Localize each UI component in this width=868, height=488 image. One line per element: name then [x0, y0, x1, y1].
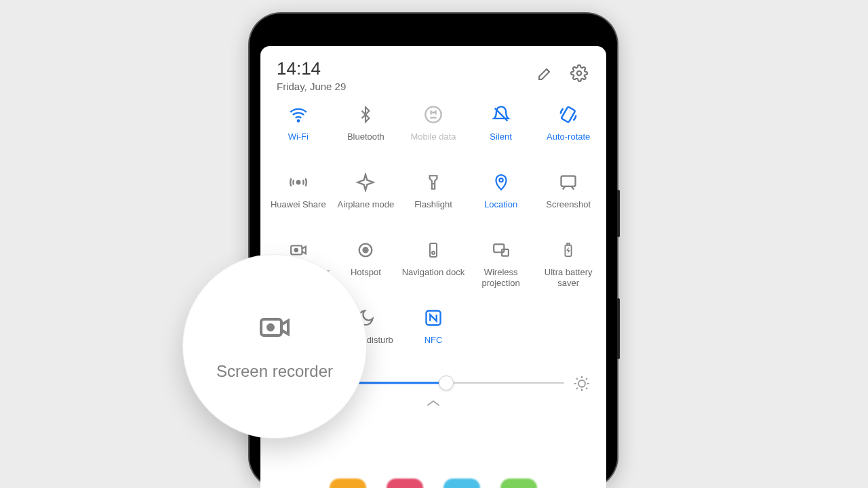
silent-icon [491, 104, 511, 125]
svg-point-0 [577, 71, 582, 76]
tile-label: Airplane mode [337, 199, 394, 210]
shade-header: 14:14 Friday, June 29 [260, 46, 606, 98]
tile-label: Location [484, 199, 517, 210]
nfc-icon [423, 308, 443, 328]
svg-rect-18 [567, 243, 570, 245]
mobile-data-icon [423, 104, 443, 125]
huawei-share-icon [288, 172, 309, 192]
tile-label: Navigation dock [402, 267, 465, 278]
battery-saver-icon [558, 240, 578, 260]
tile-label: Hotspot [351, 267, 381, 278]
tile-label: Auto-rotate [547, 131, 590, 142]
edit-tiles-button[interactable] [534, 62, 556, 84]
hotspot-icon [355, 240, 376, 260]
svg-point-22 [578, 380, 585, 387]
tile-huawei-share[interactable]: Huawei Share [264, 172, 332, 225]
tile-label: Huawei Share [271, 199, 326, 210]
svg-point-14 [432, 251, 435, 254]
svg-point-6 [499, 178, 502, 182]
svg-point-24 [268, 325, 273, 330]
tile-label: Flashlight [414, 199, 452, 210]
tile-wireless-projection[interactable]: Wireless projection [467, 240, 535, 293]
brightness-high-icon [574, 375, 589, 390]
tile-screenshot[interactable]: Screenshot [534, 172, 602, 225]
svg-point-12 [365, 249, 366, 251]
wifi-icon [288, 104, 309, 125]
navigation-dock-icon [423, 240, 443, 260]
flashlight-icon [423, 172, 443, 192]
tile-auto-rotate[interactable]: Auto-rotate [534, 104, 602, 157]
tile-label: Ultra battery saver [534, 267, 602, 288]
airplane-icon [355, 172, 376, 192]
tile-label: Wireless projection [467, 267, 535, 288]
tile-nfc[interactable]: NFC [399, 308, 467, 361]
tile-label: Mobile data [410, 131, 456, 142]
tile-silent[interactable]: Silent [467, 104, 535, 157]
svg-point-9 [294, 249, 297, 251]
screenshot-icon [558, 172, 578, 192]
tile-airplane-mode[interactable]: Airplane mode [332, 172, 400, 225]
svg-point-2 [425, 106, 441, 122]
clock-time: 14:14 [277, 58, 522, 79]
tile-flashlight[interactable]: Flashlight [399, 172, 467, 225]
callout-label: Screen recorder [216, 361, 333, 382]
screen-recorder-icon [254, 311, 296, 346]
tile-wifi[interactable]: Wi-Fi [264, 104, 332, 157]
tile-navigation-dock[interactable]: Navigation dock [399, 240, 467, 293]
tile-bluetooth[interactable]: Bluetooth [332, 104, 400, 157]
tile-ultra-battery-saver[interactable]: Ultra battery saver [534, 240, 602, 293]
bluetooth-icon [355, 104, 376, 125]
home-dock-blur [260, 479, 606, 488]
svg-point-4 [296, 181, 300, 184]
auto-rotate-icon [558, 104, 578, 125]
wireless-projection-icon [491, 240, 511, 260]
settings-button[interactable] [568, 62, 590, 84]
phone-hw-button [617, 190, 620, 237]
tile-label: Silent [490, 131, 512, 142]
svg-point-1 [298, 120, 299, 121]
callout-screen-recorder: Screen recorder [183, 255, 366, 438]
location-icon [491, 172, 511, 192]
tile-label: Wi-Fi [288, 131, 309, 142]
tile-mobile-data[interactable]: Mobile data [399, 104, 467, 157]
clock-date: Friday, June 29 [277, 81, 522, 92]
tile-label: NFC [425, 335, 443, 346]
svg-rect-7 [561, 176, 576, 186]
tile-label: Screenshot [546, 199, 591, 210]
phone-hw-button [617, 298, 620, 359]
tile-location[interactable]: Location [467, 172, 535, 225]
tile-label: Bluetooth [347, 131, 384, 142]
